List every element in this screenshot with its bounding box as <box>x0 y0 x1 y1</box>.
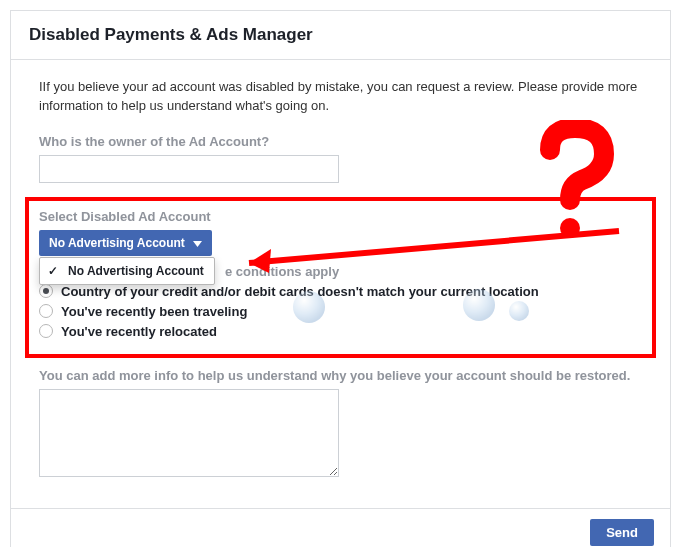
owner-section: Who is the owner of the Ad Account? <box>39 134 642 183</box>
select-account-label: Select Disabled Ad Account <box>39 209 642 224</box>
account-dropdown-menu: ✓ No Advertising Account <box>39 257 215 285</box>
page-title: Disabled Payments & Ads Manager <box>29 25 652 45</box>
owner-input[interactable] <box>39 155 339 183</box>
send-button[interactable]: Send <box>590 519 654 546</box>
more-info-section: You can add more info to help us underst… <box>39 368 642 480</box>
account-dropdown-option[interactable]: ✓ No Advertising Account <box>40 258 214 284</box>
conditions-label: e conditions apply <box>225 264 642 279</box>
condition-row[interactable]: You've recently been traveling <box>39 304 642 319</box>
highlighted-section: Select Disabled Ad Account No Advertisin… <box>25 197 656 358</box>
condition-label: You've recently been traveling <box>61 304 247 319</box>
more-info-textarea[interactable] <box>39 389 339 477</box>
condition-row[interactable]: You've recently relocated <box>39 324 642 339</box>
account-dropdown-button[interactable]: No Advertising Account <box>39 230 212 256</box>
card-body: IIf you believe your ad account was disa… <box>11 60 670 508</box>
more-info-label: You can add more info to help us underst… <box>39 368 642 383</box>
condition-label: Country of your credit and/or debit card… <box>61 284 539 299</box>
card-header: Disabled Payments & Ads Manager <box>11 11 670 60</box>
condition-row[interactable]: Country of your credit and/or debit card… <box>39 284 642 299</box>
form-card: Disabled Payments & Ads Manager IIf you … <box>10 10 671 547</box>
checkmark-icon: ✓ <box>48 264 62 278</box>
intro-text: IIf you believe your ad account was disa… <box>39 78 642 116</box>
caret-down-icon <box>193 236 202 250</box>
svg-line-1 <box>249 231 619 263</box>
owner-label: Who is the owner of the Ad Account? <box>39 134 642 149</box>
radio-icon[interactable] <box>39 284 53 298</box>
account-dropdown-option-label: No Advertising Account <box>68 264 204 278</box>
account-dropdown-text: No Advertising Account <box>49 236 185 250</box>
card-footer: Send <box>11 508 670 547</box>
radio-icon[interactable] <box>39 324 53 338</box>
radio-icon[interactable] <box>39 304 53 318</box>
condition-label: You've recently relocated <box>61 324 217 339</box>
